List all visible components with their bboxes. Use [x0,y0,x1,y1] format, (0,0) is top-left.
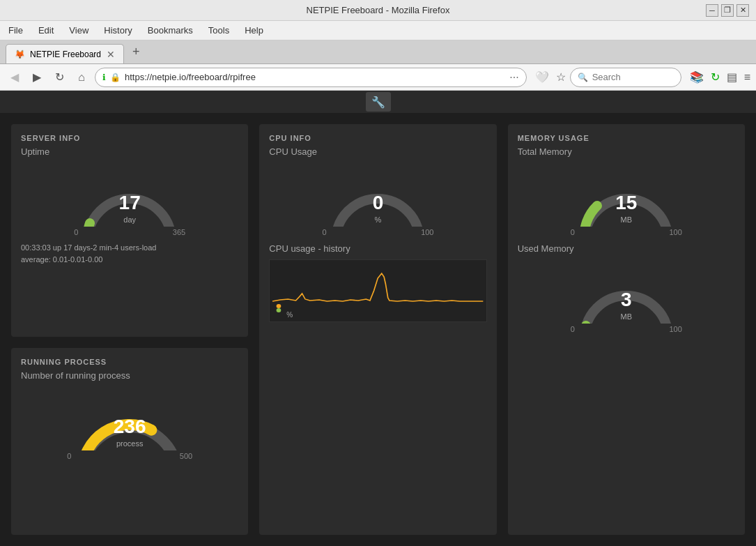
dashboard: SERVER INFO Uptime 17 day 0 365 [0,113,756,546]
cpu-info-card: CPU INFO CPU Usage 0 % 0 100 CPU usage -… [259,124,496,535]
freeboard-toolbar: 🔧 [0,91,756,113]
hamburger-menu-icon[interactable]: ≡ [744,71,750,84]
tab-close-button[interactable]: ✕ [107,49,115,60]
reload-button[interactable]: ↻ [50,68,68,86]
url-text: https://netpie.io/freeboard/rpifree [125,72,505,82]
menu-file[interactable]: File [6,24,26,37]
title-bar: NETPIE Freeboard - Mozilla Firefox ─ ❐ ✕ [0,0,756,21]
server-uptime-value: 17 day [119,193,141,225]
uptime-text: 00:33:03 up 17 days-2 min-4 users-load a… [21,242,238,265]
restore-button[interactable]: ❐ [721,4,734,17]
cpu-info-title: CPU INFO [269,134,486,142]
server-info-title: SERVER INFO [21,134,238,142]
svg-point-0 [277,304,281,308]
menu-tools[interactable]: Tools [206,24,232,37]
cpu-usage-gauge: 0 % 0 100 [269,164,486,236]
memory-usage-card: MEMORY USAGE Total Memory 15 MB 0 100 Us… [508,124,745,535]
search-input[interactable] [592,72,674,82]
sync-icon[interactable]: ↻ [711,70,720,84]
new-tab-button[interactable]: + [128,45,144,59]
total-memory-labels: 0 100 [571,228,682,236]
cpu-usage-labels: 0 100 [322,228,433,236]
used-memory-value: 3 MB [621,290,633,322]
menu-help[interactable]: Help [242,24,266,37]
cpu-usage-subtitle: CPU Usage [269,146,486,157]
security-icon: ℹ [102,73,106,82]
used-memory-gauge: 3 MB 0 100 [518,261,735,333]
close-button[interactable]: ✕ [736,4,749,17]
cpu-usage-value: 0 % [373,193,384,225]
menu-view[interactable]: View [66,24,91,37]
chart-percent-label: % [286,311,293,319]
minimize-button[interactable]: ─ [706,4,718,17]
forward-button[interactable]: ▶ [28,68,46,86]
running-process-value: 236 process [114,417,146,449]
server-uptime-subtitle: Uptime [21,146,238,157]
tab-favicon: 🦊 [15,50,24,59]
cpu-history-subtitle: CPU usage - history [269,243,486,254]
running-process-card: RUNNING PROCESS Number of running proces… [11,348,248,535]
home-button[interactable]: ⌂ [72,68,91,86]
search-bar[interactable]: 🔍 [570,68,681,87]
menu-bar: File Edit View History Bookmarks Tools H… [0,21,756,40]
nav-icons: 🤍 ☆ [535,70,566,84]
running-process-gauge: 236 process 0 500 [21,388,238,460]
server-uptime-gauge: 17 day 0 365 [21,164,238,236]
back-button[interactable]: ◀ [6,68,24,86]
cpu-history-svg [272,263,483,315]
menu-history[interactable]: History [101,24,134,37]
total-memory-value: 15 MB [615,193,637,225]
nav-bar: ◀ ▶ ↻ ⌂ ℹ 🔒 https://netpie.io/freeboard/… [0,64,756,91]
wrench-button[interactable]: 🔧 [366,92,391,112]
total-memory-subtitle: Total Memory [518,146,735,157]
server-info-card: SERVER INFO Uptime 17 day 0 365 [11,124,248,337]
total-memory-gauge: 15 MB 0 100 [518,164,735,236]
library-icon[interactable]: 📚 [690,70,704,84]
search-icon: 🔍 [578,73,588,82]
browser-extra-icons: 📚 ↻ ▤ ≡ [690,70,750,84]
bookmarks-star-icon[interactable]: ☆ [556,70,566,84]
lock-icon: 🔒 [110,73,121,82]
running-process-labels: 0 500 [67,452,192,460]
running-process-title: RUNNING PROCESS [21,358,238,366]
window-controls: ─ ❐ ✕ [706,4,749,17]
menu-edit[interactable]: Edit [36,24,56,37]
used-memory-labels: 0 100 [571,325,682,333]
cpu-history-chart: % [269,259,486,322]
more-options-icon[interactable]: ··· [509,71,518,84]
reader-view-icon[interactable]: ▤ [727,70,737,84]
used-memory-subtitle: Used Memory [518,243,735,254]
memory-title: MEMORY USAGE [518,134,735,142]
active-tab[interactable]: 🦊 NETPIE Freeboard ✕ [6,44,124,63]
svg-point-1 [277,308,281,312]
menu-bookmarks[interactable]: Bookmarks [145,24,196,37]
tab-label: NETPIE Freeboard [30,50,101,59]
bookmarks-heart-icon[interactable]: 🤍 [535,70,549,84]
browser-title: NETPIE Freeboard - Mozilla Firefox [307,5,450,15]
running-process-subtitle: Number of running process [21,370,238,381]
address-bar[interactable]: ℹ 🔒 https://netpie.io/freeboard/rpifree … [95,68,527,87]
tab-bar: 🦊 NETPIE Freeboard ✕ + [0,40,756,64]
server-uptime-labels: 0 365 [74,228,185,236]
